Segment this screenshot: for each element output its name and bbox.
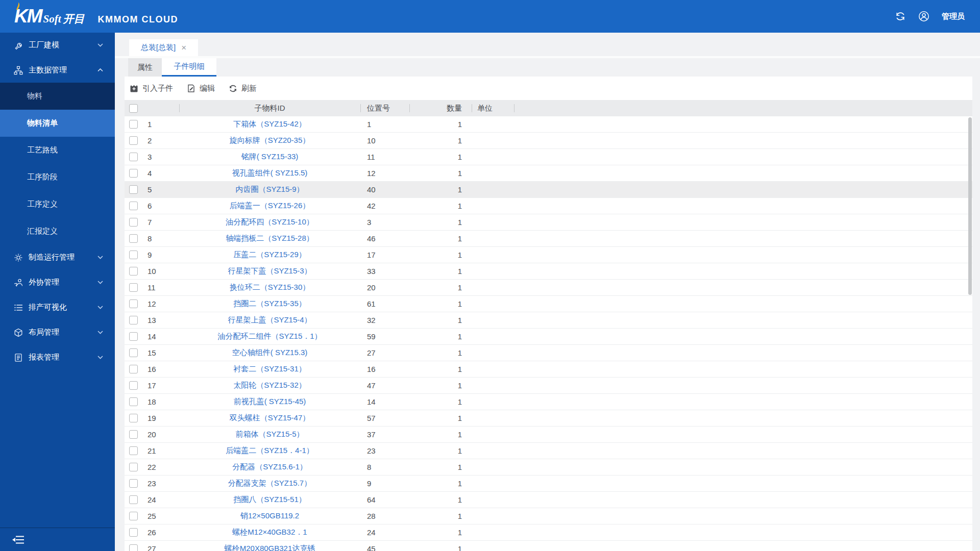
row-checkbox[interactable] [129, 381, 138, 390]
row-checkbox[interactable] [129, 365, 138, 373]
row-checkbox[interactable] [129, 528, 138, 537]
sidebar-item-layout-management[interactable]: 布局管理 [0, 320, 115, 345]
row-checkbox[interactable] [129, 348, 138, 357]
child-item-link[interactable]: 后端盖一（SYZ15-26） [230, 201, 310, 211]
row-checkbox[interactable] [129, 169, 138, 178]
row-checkbox[interactable] [129, 153, 138, 161]
row-checkbox[interactable] [129, 283, 138, 292]
sidebar-subitem-process-route[interactable]: 工艺路线 [0, 137, 115, 164]
row-checkbox[interactable] [129, 446, 138, 455]
child-item-link[interactable]: 下箱体（SYZ15-42） [233, 119, 306, 129]
tab-child-detail[interactable]: 子件明细 [162, 58, 216, 77]
sidebar-subitem-label: 工序阶段 [27, 172, 58, 182]
child-item-link[interactable]: 挡圈八（SYZ15-51） [233, 495, 306, 505]
row-checkbox[interactable] [129, 397, 138, 406]
import-child-button[interactable]: 引入子件 [130, 84, 173, 93]
sidebar-item-factory-modeling[interactable]: 工厂建模 [0, 33, 115, 58]
child-item-link[interactable]: 换位环二（SYZ15-30） [230, 283, 310, 292]
child-item-link[interactable]: 轴端挡板二（SYZ15-28） [226, 234, 314, 243]
row-checkbox[interactable] [129, 479, 138, 488]
child-item-link[interactable]: 后端盖二（SYZ15．4-1） [226, 446, 314, 456]
table-body: 1 下箱体（SYZ15-42） 1 1 2 旋向标牌（SYZ20-35） 10 … [125, 116, 972, 551]
child-item-link[interactable]: 螺栓M20X80GB321达克锈 [225, 544, 315, 551]
child-item-link[interactable]: 双头螺柱（SYZ15-47） [230, 413, 310, 423]
sidebar-subitem-process-stage[interactable]: 工序阶段 [0, 164, 115, 191]
sidebar-subitem-operation-definition[interactable]: 工序定义 [0, 191, 115, 218]
child-item-link[interactable]: 压盖二（SYZ15-29） [233, 250, 306, 260]
document-tab-assembly[interactable]: 总装[总装] × [129, 39, 198, 56]
refresh-button[interactable]: 刷新 [229, 84, 257, 93]
sidebar-item-outsourcing[interactable]: 外协管理 [0, 270, 115, 295]
sidebar-item-master-data[interactable]: 主数据管理 [0, 58, 115, 83]
select-all-checkbox[interactable] [129, 104, 138, 113]
row-filler [514, 296, 972, 312]
org-chart-icon [14, 66, 23, 75]
row-checkbox[interactable] [129, 136, 138, 145]
row-checkbox[interactable] [129, 267, 138, 276]
quantity-value: 1 [409, 410, 472, 426]
child-item-link[interactable]: 内齿圈（SYZ15-9） [235, 185, 304, 194]
child-item-link[interactable]: 行星架上盖（SYZ15-4） [228, 315, 311, 325]
position-number: 37 [360, 427, 409, 442]
child-item-link[interactable]: 视孔盖组件( SYZ15.5) [232, 168, 308, 178]
scrollbar-thumb[interactable] [968, 117, 972, 295]
child-item-link[interactable]: 前视孔盖( SYZ15-45) [234, 397, 306, 407]
collapse-sidebar-icon[interactable] [12, 535, 24, 545]
logo-km-mark: KM [14, 7, 42, 26]
child-item-link[interactable]: 空心轴组件( SYZ15.3) [232, 348, 308, 358]
sidebar-subitem-material-bom[interactable]: 物料清单 [0, 110, 115, 137]
row-checkbox[interactable] [129, 430, 138, 439]
row-checkbox[interactable] [129, 251, 138, 259]
row-filler [514, 165, 972, 181]
refresh-icon[interactable] [895, 11, 906, 22]
sidebar-item-report-management[interactable]: 报表管理 [0, 345, 115, 370]
child-item-link[interactable]: 螺栓M12×40GB32．1 [232, 528, 307, 537]
child-item-link[interactable]: 油分配环四（SYZ15-10） [226, 217, 314, 227]
child-item-link[interactable]: 销12×50GB119.2 [240, 511, 299, 521]
user-avatar-icon[interactable] [918, 11, 929, 22]
child-item-link[interactable]: 衬套二（SYZ15-31） [233, 364, 306, 374]
row-number: 3 [145, 149, 179, 165]
child-item-link[interactable]: 前箱体（SYZ15-5） [235, 430, 304, 439]
child-item-link[interactable]: 油分配环二组件（SYZ15．1） [217, 332, 322, 341]
row-number: 5 [145, 182, 179, 197]
row-checkbox[interactable] [129, 234, 138, 243]
row-checkbox[interactable] [129, 202, 138, 210]
position-number: 42 [360, 198, 409, 214]
row-checkbox[interactable] [129, 299, 138, 308]
child-item-link[interactable]: 行星架下盖（SYZ15-3） [228, 266, 311, 276]
sidebar-item-scheduling-visualization[interactable]: 排产可视化 [0, 295, 115, 320]
table-row: 24 挡圈八（SYZ15-51） 64 1 [125, 492, 972, 508]
child-item-link[interactable]: 分配器（SYZ15.6-1） [232, 462, 307, 472]
sidebar-subitem-material[interactable]: 物料 [0, 83, 115, 110]
row-checkbox[interactable] [129, 495, 138, 504]
row-checkbox[interactable] [129, 185, 138, 194]
row-checkbox[interactable] [129, 120, 138, 129]
child-item-link[interactable]: 分配器支架（SYZ15.7） [228, 479, 311, 488]
table-panel: 引入子件 编辑 刷新 子物料ID 位置号 [125, 77, 972, 551]
tab-attributes[interactable]: 属性 [128, 58, 162, 77]
sidebar-item-manufacturing-ops[interactable]: 制造运行管理 [0, 245, 115, 270]
table-row: 13 行星架上盖（SYZ15-4） 32 1 [125, 312, 972, 329]
row-checkbox[interactable] [129, 463, 138, 471]
child-item-link[interactable]: 铭牌( SYZ15-33) [241, 152, 299, 162]
child-item-link[interactable]: 挡圈二（SYZ15-35） [233, 299, 306, 309]
row-checkbox[interactable] [129, 414, 138, 422]
handshake-icon [14, 278, 23, 287]
row-checkbox[interactable] [129, 218, 138, 227]
row-checkbox[interactable] [129, 316, 138, 324]
close-icon[interactable]: × [181, 43, 186, 52]
current-user-label[interactable]: 管理员 [942, 12, 965, 21]
child-item-link[interactable]: 旋向标牌（SYZ20-35） [230, 136, 310, 145]
row-checkbox[interactable] [129, 544, 138, 551]
sidebar-subitem-report-definition[interactable]: 汇报定义 [0, 218, 115, 245]
header-row-number [145, 100, 179, 116]
row-checkbox[interactable] [129, 332, 138, 341]
sidebar-subitem-label: 工艺路线 [27, 145, 58, 155]
child-item-link[interactable]: 太阳轮（SYZ15-32） [233, 381, 306, 390]
row-checkbox[interactable] [129, 512, 138, 520]
quantity-value: 1 [409, 263, 472, 279]
quantity-value: 1 [409, 427, 472, 442]
edit-button[interactable]: 编辑 [187, 84, 215, 93]
unit-value [472, 116, 514, 132]
